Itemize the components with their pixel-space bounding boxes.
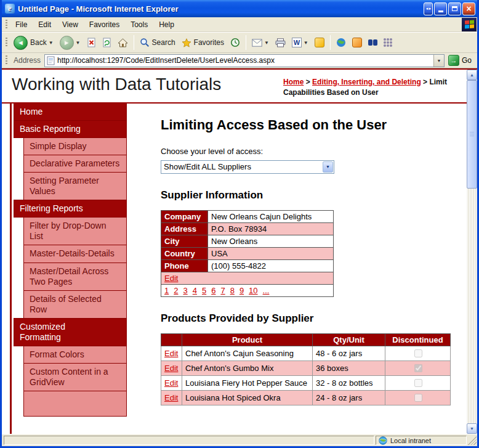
- scrollbar-track[interactable]: [467, 80, 477, 423]
- product-edit-link[interactable]: Edit: [164, 378, 178, 388]
- qty-column-header: Qty/Unit: [313, 333, 385, 346]
- back-button[interactable]: ◄ Back ▼: [11, 35, 56, 51]
- forward-button[interactable]: ► ▼: [57, 35, 83, 51]
- toolbar-grip-handle[interactable]: [6, 38, 7, 47]
- menu-help[interactable]: Help: [153, 18, 180, 31]
- main-content: Limiting Access Based on the User Choose…: [127, 104, 467, 434]
- home-button[interactable]: [115, 37, 131, 49]
- pager-link-1[interactable]: 1: [164, 286, 169, 295]
- stop-button[interactable]: [84, 36, 99, 49]
- menu-edit[interactable]: Edit: [33, 18, 57, 31]
- sidebar-item-details-of-selected-row[interactable]: Details of Selected Row: [23, 290, 127, 319]
- mail-button[interactable]: ▼: [249, 38, 272, 48]
- product-edit-link[interactable]: Edit: [164, 364, 178, 373]
- address-bar: Address http://localhost:1297/Code/EditI…: [2, 53, 477, 68]
- sidebar-item-setting-parameter-values[interactable]: Setting Parameter Values: [23, 172, 127, 200]
- sidebar-item-master-detail-across-two-pages[interactable]: Master/Detail Across Two Pages: [23, 263, 127, 291]
- sidebar-item-master-details-details[interactable]: Master-Details-Details: [23, 245, 127, 263]
- breadcrumb-home-link[interactable]: Home: [283, 78, 304, 86]
- home-icon: [118, 38, 128, 47]
- addon-highlight-button[interactable]: [350, 36, 364, 49]
- breadcrumb-section-link[interactable]: Editing, Inserting, and Deleting: [312, 78, 421, 86]
- product-edit-link[interactable]: Edit: [164, 349, 178, 358]
- menu-tools[interactable]: Tools: [125, 18, 153, 31]
- menubar-grip-handle[interactable]: [6, 20, 7, 30]
- maximize-icon: [452, 6, 457, 11]
- messenger-button[interactable]: [312, 36, 327, 49]
- sidebar-item-declarative-parameters[interactable]: Declarative Parameters: [23, 155, 127, 173]
- pager-link-more[interactable]: ...: [263, 286, 270, 295]
- pager-link-7[interactable]: 7: [220, 286, 225, 295]
- sidebar-item-basic-reporting[interactable]: Basic Reporting: [14, 120, 127, 138]
- favorites-button[interactable]: Favorites: [179, 37, 227, 49]
- sidebar-item-partial[interactable]: [23, 391, 127, 417]
- supplier-edit-link[interactable]: Edit: [164, 274, 178, 283]
- products-grid: Product Qty/Unit Discontinued Edit Chef …: [161, 333, 451, 405]
- pager-link-6[interactable]: 6: [211, 286, 215, 295]
- menu-view[interactable]: View: [57, 18, 84, 31]
- table-row: City New Orleans: [161, 235, 334, 247]
- sidebar-item-format-colors[interactable]: Format Colors: [23, 346, 127, 364]
- address-dropdown-button[interactable]: ▼: [433, 55, 444, 67]
- sidebar-item-filtering-reports[interactable]: Filtering Reports: [14, 200, 127, 218]
- pager-link-3[interactable]: 3: [183, 286, 187, 295]
- products-section-heading: Products Provided by Supplier: [161, 312, 458, 325]
- minimize-button[interactable]: [434, 2, 447, 15]
- forward-icon: ►: [60, 36, 74, 50]
- sidebar-item-simple-display[interactable]: Simple Display: [23, 137, 127, 155]
- messenger-icon: [315, 38, 324, 47]
- product-name-cell: Chef Anton's Gumbo Mix: [182, 360, 313, 375]
- edit-with-word-button[interactable]: W ▼: [289, 36, 311, 49]
- print-button[interactable]: [273, 37, 288, 49]
- edit-dropdown-icon: ▼: [304, 40, 308, 46]
- refresh-icon: [102, 38, 111, 47]
- search-icon: [140, 38, 150, 47]
- pager-link-5[interactable]: 5: [202, 286, 206, 295]
- pager-link-2[interactable]: 2: [174, 286, 178, 295]
- titlebar[interactable]: e Untitled Page - Microsoft Internet Exp…: [2, 0, 477, 17]
- discontinued-checkbox[interactable]: [414, 364, 422, 372]
- grid-row: Edit Chef Anton's Cajun Seasoning 48 - 6…: [161, 346, 451, 360]
- scrollbar-thumb[interactable]: [467, 80, 477, 189]
- addon-binoculars-button[interactable]: [366, 38, 380, 47]
- sidebar-item-filter-by-dropdown-list[interactable]: Filter by Drop-Down List: [23, 217, 127, 245]
- refresh-button[interactable]: [100, 36, 114, 49]
- select-dropdown-icon[interactable]: ▼: [323, 161, 333, 173]
- pager-link-9[interactable]: 9: [240, 286, 244, 295]
- history-button[interactable]: [228, 36, 243, 49]
- sidebar-item-home[interactable]: Home: [14, 104, 127, 121]
- page-icon: [47, 56, 55, 65]
- table-row: Address P.O. Box 78934: [161, 222, 334, 235]
- table-row: Edit: [161, 272, 334, 284]
- grid-header-row: Product Qty/Unit Discontinued: [161, 333, 451, 346]
- search-button[interactable]: Search: [137, 36, 178, 49]
- pager-link-8[interactable]: 8: [230, 286, 235, 295]
- go-button[interactable]: → Go: [447, 54, 475, 67]
- sidebar-nav: Home Basic Reporting Simple Display Decl…: [10, 104, 127, 434]
- scroll-down-button[interactable]: ▼: [467, 423, 477, 434]
- titlebar-extra-button[interactable]: ◄►: [424, 2, 433, 15]
- addon-grid-button[interactable]: [381, 37, 395, 48]
- forward-dropdown-icon: ▼: [76, 40, 81, 46]
- access-level-select[interactable]: Show/Edit ALL Suppliers ▼: [161, 160, 334, 174]
- menu-favorites[interactable]: Favorites: [84, 18, 125, 31]
- scroll-up-button[interactable]: ▲: [467, 70, 477, 80]
- addressbar-grip-handle[interactable]: [6, 55, 7, 65]
- sidebar-item-custom-content-gridview[interactable]: Custom Content in a GridView: [23, 363, 127, 391]
- address-input[interactable]: http://localhost:1297/Code/EditInsertDel…: [44, 54, 445, 67]
- web-page: Working with Data Tutorials Home > Editi…: [2, 70, 467, 434]
- maximize-button[interactable]: [448, 2, 461, 15]
- product-edit-link[interactable]: Edit: [164, 393, 178, 402]
- addon-globe-button[interactable]: [334, 36, 348, 49]
- vertical-scrollbar[interactable]: ▲ ▼: [467, 70, 477, 434]
- close-button[interactable]: ×: [462, 2, 475, 15]
- resize-grip[interactable]: [468, 436, 477, 445]
- product-name-cell: Chef Anton's Cajun Seasoning: [182, 346, 313, 360]
- discontinued-checkbox[interactable]: [414, 379, 422, 387]
- discontinued-checkbox[interactable]: [414, 394, 422, 402]
- menu-file[interactable]: File: [10, 18, 33, 31]
- discontinued-checkbox[interactable]: [414, 349, 422, 357]
- pager-link-10[interactable]: 10: [249, 286, 257, 295]
- sidebar-item-customized-formatting[interactable]: Customized Formatting: [14, 318, 127, 346]
- pager-link-4[interactable]: 4: [193, 286, 197, 295]
